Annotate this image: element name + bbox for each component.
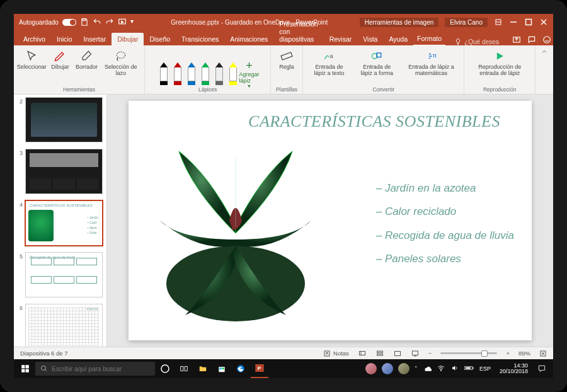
fit-to-window-icon[interactable] bbox=[539, 350, 547, 357]
file-explorer-icon[interactable] bbox=[194, 359, 212, 378]
svg-text:P: P bbox=[258, 366, 261, 371]
plant-image[interactable] bbox=[141, 120, 330, 328]
zoom-level[interactable]: 89% bbox=[518, 350, 530, 357]
wifi-icon[interactable] bbox=[437, 364, 445, 373]
thumbnail-panel[interactable]: 2 3 4 CARACTERÍSTICAS SOSTENIBLES – Jard… bbox=[14, 95, 107, 347]
view-reading-icon[interactable] bbox=[393, 350, 402, 357]
view-normal-icon[interactable] bbox=[358, 350, 367, 357]
comments-icon[interactable] bbox=[527, 35, 536, 45]
view-slideshow-icon[interactable] bbox=[411, 350, 420, 357]
notes-icon bbox=[323, 350, 331, 357]
share-icon[interactable] bbox=[512, 35, 521, 45]
ink-to-math-button[interactable]: π Entrada de lápiz a matemáticas bbox=[404, 48, 459, 78]
slide-counter[interactable]: Diapositiva 6 de 7 bbox=[20, 350, 68, 357]
pen-black[interactable] bbox=[159, 62, 168, 85]
start-button[interactable] bbox=[16, 359, 34, 378]
more-icon[interactable]: ▾ bbox=[130, 18, 139, 26]
thumbnail-5[interactable]: 5 Recogida de agua de lluvia bbox=[18, 252, 103, 297]
svg-rect-18 bbox=[359, 351, 365, 355]
tab-vista[interactable]: Vista bbox=[357, 33, 383, 45]
onedrive-icon[interactable] bbox=[423, 365, 432, 372]
tab-ayuda[interactable]: Ayuda bbox=[383, 33, 413, 45]
edge-icon[interactable] bbox=[232, 359, 249, 378]
people-avatar[interactable] bbox=[398, 363, 410, 374]
taskbar-search[interactable] bbox=[35, 362, 155, 376]
tab-formato[interactable]: Formato bbox=[413, 32, 445, 45]
svg-rect-35 bbox=[185, 367, 187, 371]
language-indicator[interactable]: ESP bbox=[479, 366, 491, 372]
zoom-in-button[interactable]: + bbox=[506, 350, 510, 357]
svg-point-7 bbox=[117, 52, 125, 58]
pen-green[interactable] bbox=[201, 62, 210, 85]
save-icon[interactable] bbox=[80, 18, 89, 26]
view-sorter-icon[interactable] bbox=[375, 350, 384, 357]
smiley-icon[interactable] bbox=[542, 35, 551, 45]
zoom-out-button[interactable]: − bbox=[428, 350, 432, 357]
cortana-icon[interactable] bbox=[156, 359, 174, 378]
lasso-button[interactable]: Selección de lazo bbox=[102, 48, 139, 78]
play-icon bbox=[493, 49, 507, 63]
tab-diseno[interactable]: Diseño bbox=[144, 33, 176, 45]
tray-chevron-icon[interactable]: ˄ bbox=[415, 366, 418, 372]
thumbnail-4[interactable]: 4 CARACTERÍSTICAS SOSTENIBLES – Jardín– … bbox=[18, 200, 103, 246]
redo-icon[interactable] bbox=[105, 18, 114, 26]
taskbar-search-input[interactable] bbox=[52, 366, 150, 372]
add-pen-button[interactable]: + Agregar lápiz ▼ bbox=[243, 62, 256, 85]
draw-button[interactable]: Dibujar bbox=[49, 48, 71, 72]
select-button[interactable]: Seleccionar bbox=[19, 48, 44, 72]
tab-animaciones[interactable]: Animaciones bbox=[224, 33, 273, 45]
action-center-icon[interactable] bbox=[533, 359, 551, 378]
pen-blue[interactable] bbox=[187, 62, 196, 85]
tab-revisar[interactable]: Revisar bbox=[324, 33, 358, 45]
highlighter-yellow[interactable] bbox=[229, 62, 238, 85]
tab-dibujar[interactable]: Dibujar bbox=[112, 33, 144, 45]
powerpoint-taskbar-icon[interactable]: P bbox=[251, 359, 268, 378]
collapse-ribbon-icon[interactable] bbox=[536, 45, 553, 94]
group-tools: Seleccionar Dibujar Borrador Selección d… bbox=[14, 45, 145, 94]
zoom-slider[interactable] bbox=[440, 352, 497, 354]
ink-to-text-button[interactable]: a Entrada de lápiz a texto bbox=[308, 48, 350, 78]
taskbar-clock[interactable]: 14:30 20/10/2018 bbox=[496, 363, 532, 375]
autosave-toggle[interactable] bbox=[62, 19, 76, 26]
people-avatar[interactable] bbox=[365, 363, 377, 374]
slide-bullets[interactable]: Jardín en la azotea Calor reciclado Reco… bbox=[376, 176, 514, 271]
notes-button[interactable]: Notas bbox=[323, 350, 349, 357]
bullet-item: Jardín en la azotea bbox=[376, 176, 514, 200]
ribbon-options-icon[interactable] bbox=[494, 18, 503, 26]
eraser-button[interactable]: Borrador bbox=[76, 48, 97, 72]
ink-replay-button[interactable]: Reproducción de entrada de lápiz bbox=[469, 48, 530, 78]
store-icon[interactable] bbox=[213, 359, 231, 378]
svg-rect-27 bbox=[21, 365, 25, 368]
volume-icon[interactable] bbox=[450, 364, 459, 373]
tab-archivo[interactable]: Archivo bbox=[18, 33, 51, 45]
undo-icon[interactable] bbox=[93, 18, 101, 26]
thumbnail-2[interactable]: 2 bbox=[18, 97, 103, 142]
pen-icon bbox=[53, 49, 67, 63]
tab-transiciones[interactable]: Transiciones bbox=[176, 33, 224, 45]
maximize-icon[interactable] bbox=[524, 18, 533, 26]
ruler-button[interactable]: Regla bbox=[276, 48, 297, 72]
windows-icon bbox=[21, 364, 30, 373]
close-icon[interactable] bbox=[539, 18, 548, 26]
slideshow-icon[interactable] bbox=[118, 18, 127, 26]
lasso-icon bbox=[114, 49, 128, 63]
people-avatar[interactable] bbox=[382, 363, 393, 374]
battery-icon[interactable] bbox=[464, 365, 474, 372]
svg-rect-22 bbox=[377, 354, 379, 355]
minimize-icon[interactable] bbox=[509, 18, 518, 26]
pencil-black[interactable] bbox=[215, 62, 224, 85]
tell-me-search[interactable] bbox=[454, 38, 502, 45]
tab-insertar[interactable]: Insertar bbox=[78, 33, 112, 45]
thumbnail-3[interactable]: 3 bbox=[18, 149, 103, 194]
user-name[interactable]: Elvira Cano bbox=[445, 18, 488, 27]
ink-to-shape-button[interactable]: Entrada de lápiz a forma bbox=[355, 48, 399, 78]
group-replay: Reproducción de entrada de lápiz Reprodu… bbox=[464, 45, 536, 94]
pen-red[interactable] bbox=[173, 62, 182, 85]
svg-text:π: π bbox=[432, 52, 436, 59]
svg-rect-45 bbox=[466, 367, 471, 369]
thumbnail-6[interactable]: 6 Planos bbox=[18, 304, 103, 347]
slide-canvas[interactable]: CARACTERÍSTICAS SOSTENIBLES Jardín en la… bbox=[107, 95, 553, 347]
task-view-icon[interactable] bbox=[175, 359, 193, 378]
tell-me-input[interactable] bbox=[464, 38, 502, 45]
tab-inicio[interactable]: Inicio bbox=[51, 33, 78, 45]
